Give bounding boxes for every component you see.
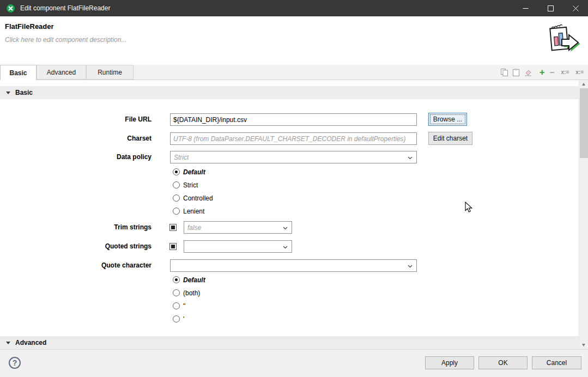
maximize-icon[interactable]: [538, 0, 563, 16]
edit-charset-button[interactable]: Edit charset: [428, 132, 472, 145]
collapse-triangle-icon: [6, 342, 10, 344]
component-name: FlatFileReader: [5, 22, 54, 31]
scroll-up-icon[interactable]: [579, 80, 588, 88]
component-description-placeholder[interactable]: Click here to edit component description…: [5, 36, 126, 44]
trim-strings-default-toggle[interactable]: [169, 224, 177, 231]
tab-basic-label: Basic: [9, 69, 27, 77]
apply-button[interactable]: Apply: [425, 356, 474, 369]
tab-advanced-label: Advanced: [47, 69, 76, 76]
chevron-down-icon: [408, 156, 413, 160]
data-policy-label: Data policy: [59, 151, 151, 163]
data-policy-controlled-radio[interactable]: [173, 194, 180, 202]
window-title: Edit component FlatFileReader: [20, 4, 110, 12]
quoted-strings-default-toggle[interactable]: [169, 243, 177, 250]
quote-character-singlequote-radio[interactable]: [173, 315, 180, 323]
quote-character-doublequote-radio-label[interactable]: ": [183, 302, 185, 310]
tab-basic[interactable]: Basic: [0, 65, 37, 80]
trim-strings-combo[interactable]: false: [184, 221, 292, 234]
file-url-label: File URL: [59, 113, 151, 126]
insert-parameter-icon[interactable]: x:=: [561, 69, 569, 75]
quoted-strings-combo[interactable]: [184, 240, 292, 253]
data-policy-strict-radio[interactable]: [173, 181, 180, 188]
minimize-icon[interactable]: [513, 0, 538, 16]
copy-icon[interactable]: [501, 69, 508, 76]
quote-character-default-radio[interactable]: [173, 276, 180, 283]
tab-advanced[interactable]: Advanced: [37, 65, 86, 80]
section-advanced-label: Advanced: [15, 339, 46, 346]
flat-file-reader-icon: [545, 23, 581, 60]
quote-character-default-radio-label[interactable]: Default: [183, 276, 205, 284]
file-url-input[interactable]: [170, 113, 417, 126]
edit-component-dialog: Edit component FlatFileReader FlatFileRe…: [0, 0, 588, 377]
chevron-down-icon: [283, 246, 288, 249]
cancel-button[interactable]: Cancel: [532, 356, 581, 369]
basic-tab-content: Basic File URL Browse ... Charset Edit c…: [0, 80, 579, 349]
window-controls: [513, 0, 588, 16]
vertical-scrollbar[interactable]: [579, 80, 588, 349]
collapse-triangle-icon: [6, 92, 10, 94]
quote-character-both-radio[interactable]: [173, 289, 180, 296]
tab-runtime-label: Runtime: [98, 69, 122, 76]
ok-button[interactable]: OK: [478, 356, 528, 369]
remove-icon[interactable]: −: [550, 68, 555, 77]
data-policy-strict-radio-label[interactable]: Strict: [183, 181, 198, 189]
titlebar: Edit component FlatFileReader: [0, 0, 588, 16]
trim-strings-value: false: [187, 224, 201, 232]
mouse-cursor-icon: [465, 202, 473, 213]
tab-runtime[interactable]: Runtime: [86, 65, 134, 80]
component-header: FlatFileReader Click here to edit compon…: [0, 16, 588, 65]
section-header-advanced[interactable]: Advanced: [0, 336, 579, 349]
scroll-down-icon[interactable]: [579, 341, 588, 349]
scrollbar-thumb[interactable]: [580, 88, 588, 158]
charset-label: Charset: [59, 132, 151, 145]
footer-bar: ? Apply OK Cancel: [0, 349, 588, 377]
tab-toolbar: + − x:= x:=: [496, 65, 584, 80]
chevron-down-icon: [408, 265, 413, 268]
data-policy-default-radio-label[interactable]: Default: [183, 168, 205, 176]
quote-character-combo[interactable]: [170, 259, 417, 272]
charset-input[interactable]: [170, 132, 417, 145]
add-icon[interactable]: +: [539, 68, 545, 77]
insert-parameter-alt-icon[interactable]: x:=: [575, 69, 584, 75]
tab-bar: Basic Advanced Runtime + − x:= x:=: [0, 65, 588, 80]
quoted-strings-label: Quoted strings: [59, 240, 151, 253]
quote-character-label: Quote character: [59, 259, 151, 272]
quote-character-singlequote-radio-label[interactable]: ': [183, 315, 184, 323]
data-policy-controlled-radio-label[interactable]: Controlled: [183, 194, 213, 202]
section-header-basic[interactable]: Basic: [0, 86, 579, 99]
paste-icon[interactable]: [513, 69, 519, 76]
quote-character-doublequote-radio[interactable]: [173, 302, 180, 309]
trim-strings-label: Trim strings: [59, 221, 151, 234]
data-policy-default-radio[interactable]: [173, 168, 180, 175]
data-policy-lenient-radio[interactable]: [173, 208, 180, 215]
help-icon[interactable]: ?: [9, 357, 21, 369]
close-icon[interactable]: [563, 0, 588, 16]
browse-button[interactable]: Browse ...: [428, 113, 467, 126]
chevron-down-icon: [283, 227, 288, 230]
section-basic-label: Basic: [15, 89, 33, 96]
clear-value-icon[interactable]: [524, 69, 532, 76]
data-policy-combo[interactable]: Strict: [170, 151, 417, 163]
data-policy-lenient-radio-label[interactable]: Lenient: [183, 208, 204, 215]
cloverdx-logo-icon: [6, 4, 15, 13]
data-policy-value: Strict: [174, 154, 189, 161]
quote-character-both-radio-label[interactable]: (both): [183, 289, 200, 297]
